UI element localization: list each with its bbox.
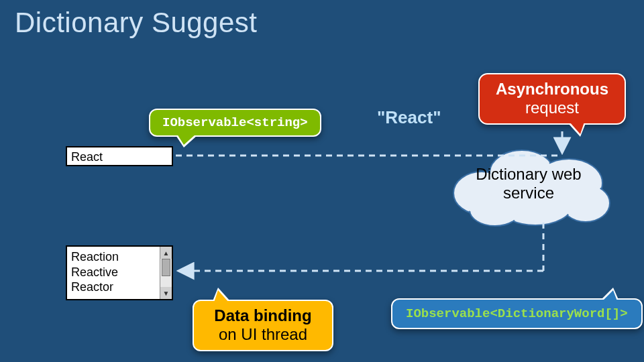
scrollbar[interactable]: ▲ ▼ bbox=[160, 247, 172, 299]
dictionary-service-cloud: Dictionary web service bbox=[448, 146, 616, 229]
data-binding-line1: Data binding bbox=[201, 306, 325, 325]
observable-result-bubble: IObservable<DictionaryWord[]> bbox=[391, 298, 643, 329]
scroll-down-icon[interactable]: ▼ bbox=[160, 287, 172, 299]
react-label: "React" bbox=[377, 107, 441, 128]
results-listbox[interactable]: Reaction Reactive Reactor ▲ ▼ bbox=[66, 245, 173, 300]
list-item[interactable]: Reaction bbox=[71, 249, 156, 265]
async-request-callout: Asynchronous request bbox=[478, 73, 626, 125]
observable-string-bubble: IObservable<string> bbox=[149, 109, 321, 137]
list-item[interactable]: Reactive bbox=[71, 265, 156, 280]
list-item[interactable]: Reactor bbox=[71, 280, 156, 295]
scroll-up-icon[interactable]: ▲ bbox=[160, 247, 172, 259]
data-binding-callout: Data binding on UI thread bbox=[193, 300, 333, 351]
cloud-label: Dictionary web service bbox=[455, 165, 602, 202]
scroll-thumb[interactable] bbox=[162, 259, 170, 276]
scroll-track[interactable] bbox=[160, 259, 172, 287]
page-title: Dictionary Suggest bbox=[15, 7, 258, 39]
async-request-line1: Asynchronous bbox=[486, 80, 618, 99]
async-request-line2: request bbox=[486, 99, 618, 117]
results-items: Reaction Reactive Reactor bbox=[67, 247, 160, 299]
search-input[interactable]: React bbox=[66, 146, 173, 166]
data-binding-line2: on UI thread bbox=[201, 325, 325, 344]
